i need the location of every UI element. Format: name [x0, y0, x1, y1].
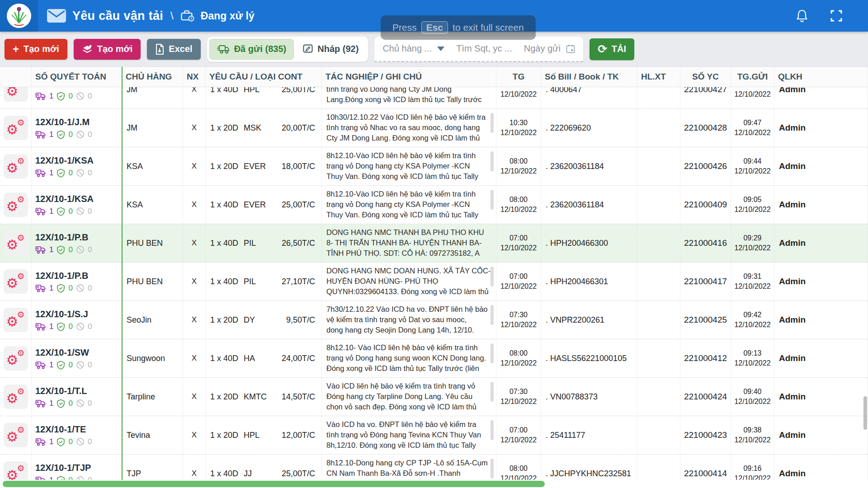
note-cell[interactable]: 7h30/12.10.22 Vào ICD ha vo. ĐNPT liên h… [326, 304, 488, 335]
row-actions-button[interactable]: ⚙ ⚙ [4, 231, 28, 255]
settlement-code-link[interactable]: 12X/10-1/S.J [35, 309, 88, 319]
table-row[interactable]: ⚙ ⚙ 12X/10-1/SW 1 [0, 339, 868, 378]
column-header[interactable]: SỐ YC [680, 67, 731, 87]
settlement-code-link[interactable]: 12X/10-1/T.L [35, 386, 87, 396]
table-row[interactable]: ⚙ ⚙ 12X/10-1/S.J 1 [0, 301, 868, 339]
note-scrollbar-thumb[interactable] [491, 113, 494, 133]
note-scrollbar-thumb[interactable] [491, 267, 494, 286]
load-button[interactable]: ⟳ TẢI [590, 38, 634, 60]
note-cell[interactable]: Vào ICD ha vo. ĐNPT liên hệ bảo vệ kiểm … [326, 419, 481, 450]
bill-cell: . 222069620 [541, 109, 637, 147]
note-scrollbar-thumb[interactable] [491, 343, 494, 363]
ban-icon [76, 322, 85, 331]
table-row[interactable]: ⚙ ⚙ 12X/10-1/P.B 1 [0, 263, 868, 301]
note-scrollbar-thumb[interactable] [491, 151, 494, 171]
create-new-button[interactable]: + Tạo mới [5, 39, 67, 60]
search-input[interactable]: Tìm Sqt, yc ... [456, 43, 512, 54]
table-row[interactable]: ⚙ ⚙ 12X/10-1/KSA 1 [0, 186, 868, 224]
column-header[interactable]: Số Bill / Book / TK [541, 67, 637, 87]
request-number-cell: 221000425 [680, 301, 731, 339]
row-actions-button[interactable]: ⚙ ⚙ [4, 423, 28, 447]
note-cell[interactable]: Vào ICD liên hệ bảo vệ kiểm tra tình trạ… [326, 381, 476, 412]
column-header[interactable]: TG [496, 67, 541, 87]
row-actions-button[interactable]: ⚙ ⚙ [4, 308, 28, 332]
settlement-code-link[interactable]: 12X/10-1/J.M [35, 117, 90, 127]
row-actions-button[interactable]: ⚙ ⚙ [4, 87, 28, 102]
container-line: EVER [244, 200, 266, 210]
column-header[interactable]: NX [183, 67, 206, 87]
column-header[interactable]: QLKH [774, 67, 868, 87]
sent-time: 09:29 [743, 233, 761, 243]
settlement-code-link[interactable]: 12X/10-1/SW [35, 347, 89, 358]
row-actions-button[interactable]: ⚙ ⚙ [4, 116, 28, 140]
tg-time: 07:30 [509, 387, 528, 397]
row-actions-button[interactable]: ⚙ ⚙ [4, 346, 28, 371]
draft-tab[interactable]: Nháp (92) [296, 39, 366, 60]
column-header[interactable]: CHỦ HÀNG [122, 67, 183, 87]
container-qty: 1 x 20D [210, 123, 238, 133]
tg-time: 08:00 [509, 464, 528, 474]
settlement-code-link[interactable]: 12X/10-1/KSA [35, 155, 94, 166]
note-scrollbar-thumb[interactable] [491, 190, 494, 210]
note-cell[interactable]: 8h12.10-Vào ICD liên hệ bảo vệ kiểm tra … [326, 150, 478, 182]
column-header[interactable]: HL.XT [637, 67, 680, 87]
settlement-code-link[interactable]: 12X/10-1/J.M [35, 87, 90, 89]
note-cell[interactable]: 8h12.10-Vào ICD liên hệ bảo vệ kiểm tra … [326, 189, 478, 220]
settlement-code-link[interactable]: 12X/10-1/KSA [35, 194, 94, 204]
bill-cell: . 236200361184 [541, 186, 637, 224]
note-scrollbar-thumb[interactable] [491, 459, 494, 479]
column-header[interactable]: TG.GỬI [731, 67, 774, 87]
price-cell: 25,00T/C [282, 469, 315, 479]
table-row[interactable]: ⚙ ⚙ 12X/10-1/T.L 1 [0, 378, 868, 416]
truck-count-icon [35, 323, 46, 331]
page-title: Yêu cầu vận tải [72, 9, 163, 23]
plus-icon: + [13, 44, 19, 55]
settlement-code-link[interactable]: 12X/10-1/P.B [35, 271, 89, 281]
sent-tab[interactable]: Đã gửi (835) [209, 39, 294, 60]
fullscreen-icon[interactable] [830, 9, 843, 22]
create-batch-button[interactable]: Tạo mới [74, 39, 141, 60]
horizontal-scrollbar [0, 480, 868, 488]
row-actions-button[interactable]: ⚙ ⚙ [4, 269, 28, 294]
settlement-code-link[interactable]: 12X/10-1/TJP [35, 463, 91, 473]
shield-check-icon [57, 207, 65, 216]
column-header[interactable]: SỐ QUYẾT TOÁN [32, 67, 122, 87]
gears-icon: ⚙ [17, 387, 24, 396]
notifications-bell-icon[interactable] [796, 9, 808, 23]
logo-block[interactable] [0, 0, 38, 32]
settlement-code-link[interactable]: 12X/10-1/P.B [35, 232, 89, 243]
vertical-scrollbar-thumb[interactable] [863, 396, 867, 430]
row-actions-button[interactable]: ⚙ ⚙ [4, 154, 28, 178]
owner-filter-select[interactable]: Chủ hàng ... [382, 43, 444, 54]
note-cell[interactable]: DONG HANG NMC DOAN HUNG. XÃ TÂY CỐC-HUYỆ… [326, 266, 491, 297]
column-header[interactable]: TÁC NGHIỆP / GHI CHÚ [322, 67, 496, 87]
settlement-code-link[interactable]: 12X/10-1/TE [35, 424, 86, 435]
gears-icon: ⚙ [17, 118, 24, 127]
row-actions-button[interactable]: ⚙ ⚙ [4, 192, 28, 217]
note-scrollbar-thumb[interactable] [491, 305, 494, 325]
column-header[interactable]: YÊU CẦU / LOẠI CONT [206, 67, 322, 87]
table-row[interactable]: ⚙ ⚙ 12X/10-1/J.M 1 [0, 87, 868, 109]
note-scrollbar-thumb[interactable] [491, 420, 494, 440]
table-row[interactable]: ⚙ ⚙ 12X/10-1/J.M 1 [0, 109, 868, 147]
ban-icon [76, 245, 85, 254]
note-cell[interactable]: DONG HANG NMC THANH BA PHU THO KHU8- THỊ… [326, 227, 484, 258]
table-row[interactable]: ⚙ ⚙ 12X/10-1/TE 1 [0, 416, 868, 455]
container-line: JJ [244, 469, 252, 479]
status-label: Đang xử lý [201, 10, 255, 22]
horizontal-scrollbar-thumb[interactable] [3, 481, 545, 487]
table-row[interactable]: ⚙ ⚙ 12X/10-1/P.B 1 [0, 224, 868, 263]
request-number-cell: 221000427 [680, 87, 731, 108]
status-filter-group: Đã gửi (835) Nháp (92) [207, 37, 368, 62]
date-filter-input[interactable]: Ngày gửi [524, 43, 575, 54]
note-scrollbar-thumb[interactable] [491, 382, 494, 402]
table-row[interactable]: ⚙ ⚙ 12X/10-1/KSA 1 [0, 147, 868, 186]
rejected-count: 0 [88, 245, 92, 254]
price-cell: 25,00T/C [282, 200, 315, 210]
toolbar: + Tạo mới Tạo mới Excel [0, 32, 868, 67]
note-cell[interactable]: 8h12.10- Vào ICD liên hệ bảo vệ kiểm tra… [326, 343, 486, 374]
note-cell[interactable]: 10h30/12.10.22 Vào ICD liên hệ bảo vệ ki… [326, 112, 486, 143]
row-actions-button[interactable]: ⚙ ⚙ [4, 385, 28, 409]
export-excel-button[interactable]: Excel [147, 39, 200, 60]
note-cell[interactable]: 10h30/12.10.22 Vào ICD liên hệ bảo vệ ki… [326, 87, 486, 105]
